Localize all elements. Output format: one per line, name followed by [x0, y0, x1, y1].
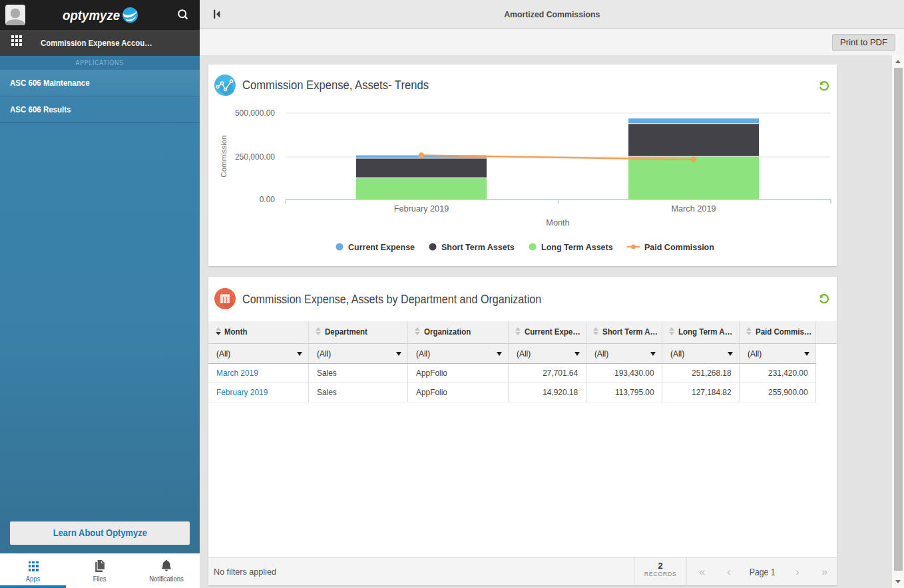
svg-text:500,000.00: 500,000.00: [235, 108, 275, 118]
svg-text:Month: Month: [546, 218, 569, 227]
svg-text:March 2019: March 2019: [672, 204, 716, 214]
svg-text:Commission: Commission: [220, 135, 228, 177]
svg-text:0.00: 0.00: [260, 195, 276, 204]
svg-text:Paid Commission: Paid Commission: [644, 243, 714, 252]
svg-text:Short Term Assets: Short Term Assets: [441, 243, 515, 252]
svg-text:Long Term Assets: Long Term Assets: [541, 243, 613, 252]
svg-text:February 2019: February 2019: [394, 204, 449, 214]
svg-text:Current Expense: Current Expense: [348, 243, 415, 252]
svg-text:250,000.00: 250,000.00: [235, 152, 275, 162]
